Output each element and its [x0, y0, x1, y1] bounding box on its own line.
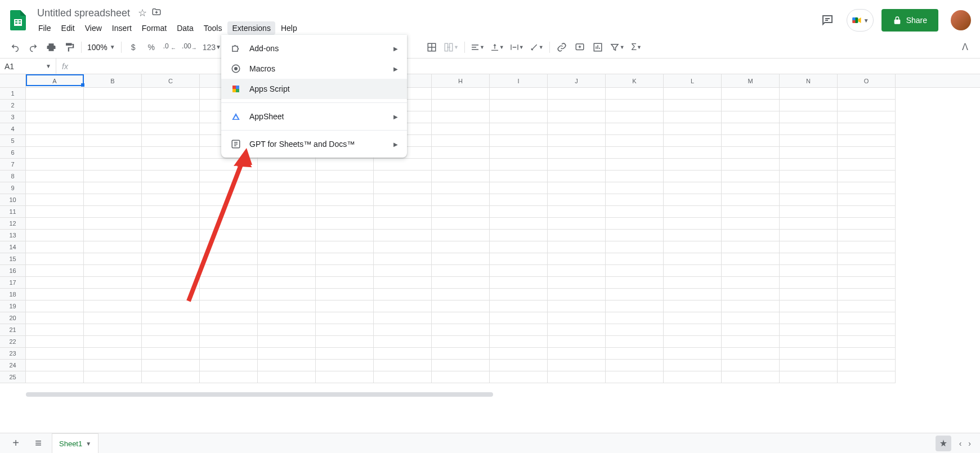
cell[interactable]: [84, 206, 142, 218]
cell[interactable]: [26, 360, 84, 371]
cell[interactable]: [490, 147, 548, 159]
row-header[interactable]: 22: [0, 336, 26, 348]
cell[interactable]: [548, 265, 606, 277]
cell[interactable]: [838, 348, 896, 360]
cell[interactable]: [606, 147, 664, 159]
cell[interactable]: [780, 218, 838, 230]
cell[interactable]: [722, 111, 780, 123]
cell[interactable]: [26, 123, 84, 135]
cell[interactable]: [780, 253, 838, 265]
cell[interactable]: [200, 336, 258, 348]
cell[interactable]: [548, 135, 606, 147]
cell[interactable]: [548, 100, 606, 111]
cell[interactable]: [838, 123, 896, 135]
cell[interactable]: [722, 300, 780, 312]
cell[interactable]: [26, 100, 84, 111]
cell[interactable]: [316, 182, 374, 194]
cell[interactable]: [432, 348, 490, 360]
row-header[interactable]: 5: [0, 135, 26, 147]
cell[interactable]: [316, 312, 374, 324]
row-header[interactable]: 14: [0, 241, 26, 253]
v-align-button[interactable]: ▼: [488, 39, 507, 56]
cell[interactable]: [490, 336, 548, 348]
column-header[interactable]: K: [606, 74, 664, 87]
spreadsheet-grid[interactable]: ABCDEFGHIJKLMNO 123456789101112131415161…: [0, 74, 980, 397]
cell[interactable]: [316, 360, 374, 371]
cell[interactable]: [258, 171, 316, 182]
cell[interactable]: [258, 277, 316, 289]
row-header[interactable]: 9: [0, 182, 26, 194]
cell[interactable]: [142, 289, 200, 300]
chart-button[interactable]: [589, 39, 606, 56]
cell[interactable]: [606, 182, 664, 194]
cell[interactable]: [606, 277, 664, 289]
cell[interactable]: [258, 159, 316, 171]
cell[interactable]: [722, 123, 780, 135]
name-box[interactable]: A1 ▼: [0, 59, 56, 74]
cell[interactable]: [374, 241, 432, 253]
cell[interactable]: [490, 206, 548, 218]
cell[interactable]: [142, 265, 200, 277]
row-header[interactable]: 23: [0, 348, 26, 360]
column-header[interactable]: L: [664, 74, 722, 87]
cell[interactable]: [432, 135, 490, 147]
cell[interactable]: [84, 218, 142, 230]
cell[interactable]: [780, 123, 838, 135]
cell[interactable]: [838, 360, 896, 371]
cell[interactable]: [142, 253, 200, 265]
cell[interactable]: [490, 230, 548, 241]
row-header[interactable]: 15: [0, 253, 26, 265]
menu-insert[interactable]: Insert: [108, 21, 136, 35]
cell[interactable]: [548, 253, 606, 265]
cell[interactable]: [374, 182, 432, 194]
paint-format-button[interactable]: [61, 39, 78, 56]
cell[interactable]: [432, 88, 490, 100]
cell[interactable]: [722, 206, 780, 218]
cell[interactable]: [722, 360, 780, 371]
undo-button[interactable]: [7, 39, 24, 56]
cell[interactable]: [722, 253, 780, 265]
cell[interactable]: [606, 360, 664, 371]
cell[interactable]: [722, 336, 780, 348]
cell[interactable]: [258, 312, 316, 324]
cell[interactable]: [664, 230, 722, 241]
cell[interactable]: [26, 371, 84, 383]
cell[interactable]: [142, 147, 200, 159]
cell[interactable]: [26, 336, 84, 348]
cell[interactable]: [432, 253, 490, 265]
cell[interactable]: [664, 218, 722, 230]
menu-data[interactable]: Data: [172, 21, 198, 35]
cell[interactable]: [432, 147, 490, 159]
cell[interactable]: [258, 265, 316, 277]
currency-button[interactable]: $: [125, 39, 142, 56]
cell[interactable]: [374, 324, 432, 336]
cell[interactable]: [548, 171, 606, 182]
cell[interactable]: [84, 324, 142, 336]
cell[interactable]: [780, 88, 838, 100]
select-all-corner[interactable]: [0, 74, 26, 87]
cell[interactable]: [548, 206, 606, 218]
cell[interactable]: [200, 312, 258, 324]
cell[interactable]: [26, 312, 84, 324]
cell[interactable]: [548, 371, 606, 383]
cell[interactable]: [26, 111, 84, 123]
cell[interactable]: [258, 194, 316, 206]
cell[interactable]: [84, 100, 142, 111]
cell[interactable]: [200, 230, 258, 241]
cell[interactable]: [838, 253, 896, 265]
cell[interactable]: [722, 182, 780, 194]
cell[interactable]: [664, 123, 722, 135]
row-header[interactable]: 18: [0, 289, 26, 300]
cell[interactable]: [548, 194, 606, 206]
row-header[interactable]: 19: [0, 300, 26, 312]
functions-button[interactable]: Σ▼: [628, 39, 645, 56]
cell[interactable]: [664, 206, 722, 218]
merge-cells-button[interactable]: ▼: [441, 39, 461, 56]
wrap-button[interactable]: ▼: [508, 39, 526, 56]
cell[interactable]: [664, 348, 722, 360]
row-header[interactable]: 2: [0, 100, 26, 111]
cell[interactable]: [548, 182, 606, 194]
cell[interactable]: [374, 312, 432, 324]
cell[interactable]: [84, 289, 142, 300]
cell[interactable]: [838, 312, 896, 324]
